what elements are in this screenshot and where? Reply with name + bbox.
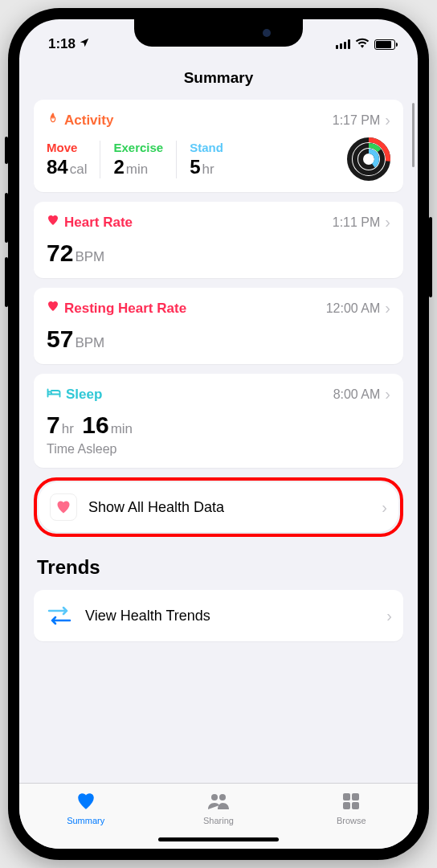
show-all-health-data-button[interactable]: Show All Health Data › [39, 482, 398, 532]
scroll-indicator [412, 103, 415, 167]
svg-point-6 [211, 794, 218, 800]
svg-point-7 [219, 794, 226, 800]
heart-icon [47, 300, 59, 317]
move-value: 84 [47, 156, 68, 178]
activity-card[interactable]: Activity 1:17 PM › Move 84cal Exercise 2… [34, 100, 403, 192]
camera-dot [263, 29, 271, 37]
phone-frame: 1:18 Summary [8, 8, 429, 860]
sleep-hours: 7 [47, 411, 60, 438]
heart-rate-value: 72 [47, 240, 73, 266]
volume-down-button [5, 257, 8, 307]
heart-rate-card[interactable]: Heart Rate 1:11 PM › 72BPM [34, 202, 403, 278]
battery-icon [374, 39, 395, 50]
grid-icon [341, 790, 361, 813]
home-indicator[interactable] [158, 837, 279, 841]
phone-screen: 1:18 Summary [19, 19, 418, 849]
move-label: Move [47, 141, 87, 154]
chevron-right-icon: › [385, 111, 390, 129]
resting-hr-timestamp: 12:00 AM [326, 301, 381, 316]
tab-summary-label: Summary [67, 816, 104, 825]
wifi-icon [355, 36, 370, 52]
resting-hr-title: Resting Heart Rate [64, 301, 186, 317]
svg-rect-9 [352, 793, 359, 800]
notch [134, 19, 303, 47]
people-icon [206, 790, 231, 813]
tab-sharing[interactable]: Sharing [178, 790, 259, 825]
heart-rate-title: Heart Rate [64, 215, 133, 231]
chevron-right-icon: › [386, 607, 392, 625]
status-right [336, 36, 395, 52]
sleep-mins: 16 [82, 411, 108, 438]
resting-hr-unit: BPM [75, 335, 104, 350]
chevron-right-icon: › [385, 385, 390, 403]
page-header: Summary [19, 58, 418, 100]
volume-up-button [5, 193, 8, 243]
view-trends-label: View Health Trends [85, 608, 375, 624]
sleep-mins-unit: min [111, 421, 133, 436]
activity-timestamp: 1:17 PM [333, 113, 381, 128]
heart-rate-unit: BPM [75, 249, 104, 264]
silence-switch [5, 137, 8, 164]
sleep-hours-unit: hr [62, 421, 74, 436]
stand-label: Stand [190, 141, 223, 154]
cellular-signal-icon [336, 39, 350, 49]
exercise-unit: min [126, 162, 148, 177]
trends-section-title: Trends [37, 556, 403, 579]
activity-title: Activity [64, 113, 113, 129]
heart-rate-timestamp: 1:11 PM [333, 215, 381, 230]
status-time: 1:18 [48, 36, 76, 52]
svg-rect-11 [352, 802, 359, 809]
chevron-right-icon: › [385, 213, 390, 231]
activity-rings-icon [347, 137, 390, 181]
show-all-highlight: Show All Health Data › [34, 477, 403, 537]
content-scroll-area[interactable]: Activity 1:17 PM › Move 84cal Exercise 2… [19, 100, 418, 783]
exercise-value: 2 [113, 156, 124, 178]
tab-browse[interactable]: Browse [311, 790, 391, 825]
sleep-timestamp: 8:00 AM [333, 387, 381, 402]
show-all-label: Show All Health Data [88, 499, 370, 516]
svg-rect-10 [343, 802, 350, 809]
resting-hr-value: 57 [47, 326, 73, 352]
heart-icon [47, 214, 59, 231]
status-left: 1:18 [48, 36, 90, 52]
sleep-title: Sleep [66, 387, 102, 403]
sleep-sublabel: Time Asleep [47, 442, 390, 457]
flame-icon [47, 111, 59, 129]
tab-summary[interactable]: Summary [46, 790, 126, 825]
chevron-right-icon: › [385, 299, 390, 317]
exercise-label: Exercise [113, 141, 163, 154]
location-icon [79, 36, 90, 52]
sleep-card[interactable]: Sleep 8:00 AM › 7hr 16min Time Asleep [34, 374, 403, 468]
stand-value: 5 [190, 156, 200, 178]
view-health-trends-button[interactable]: View Health Trends › [34, 590, 403, 641]
power-button [429, 217, 432, 297]
health-app-icon [50, 493, 77, 521]
chevron-right-icon: › [382, 498, 387, 517]
move-unit: cal [70, 162, 88, 177]
tab-browse-label: Browse [337, 816, 366, 825]
heart-filled-icon [75, 790, 97, 813]
resting-hr-card[interactable]: Resting Heart Rate 12:00 AM › 57BPM [34, 288, 403, 364]
svg-rect-8 [343, 793, 350, 800]
trends-icon [45, 601, 74, 630]
bed-icon [47, 387, 61, 403]
stand-unit: hr [202, 162, 214, 177]
tab-sharing-label: Sharing [203, 816, 234, 825]
page-title: Summary [19, 69, 418, 87]
